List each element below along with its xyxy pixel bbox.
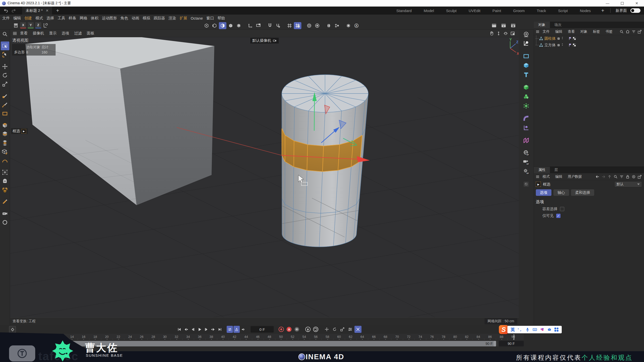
rect-frame-icon[interactable] [2, 110, 8, 117]
sym-planes-icon[interactable] [523, 137, 530, 144]
menu-item[interactable]: 角色 [119, 16, 130, 21]
record-rotation-button[interactable] [312, 326, 319, 333]
render-settings-icon[interactable] [510, 23, 516, 28]
keyframe-settings-button[interactable] [293, 326, 300, 333]
toolbox-icon[interactable] [554, 328, 558, 332]
menu-item[interactable]: 创建 [23, 16, 34, 21]
sound-button[interactable] [240, 326, 247, 333]
axis-mode-button[interactable] [247, 22, 254, 29]
layout-tab-paint[interactable]: Paint [487, 9, 507, 13]
spline-pen-button[interactable] [521, 39, 531, 48]
menu-item[interactable]: 运动图形 [100, 16, 119, 21]
point-pen-tool[interactable] [1, 92, 9, 100]
layout-tab-model[interactable]: Model [418, 9, 440, 13]
arc-icon[interactable] [2, 157, 8, 164]
object-name[interactable]: 立方体 [544, 43, 556, 48]
section-button[interactable]: 柔和选择 [571, 189, 594, 196]
popout-icon[interactable] [637, 174, 642, 179]
rotate-tool[interactable] [1, 71, 9, 80]
mirror-gear-icon[interactable] [334, 23, 340, 28]
falloff-icon[interactable] [306, 23, 312, 28]
om-menu-item[interactable]: 查看 [565, 29, 578, 34]
interface-toggle[interactable] [630, 8, 640, 13]
model-mode-icon[interactable] [228, 23, 233, 28]
filter-icon[interactable] [619, 174, 624, 179]
maximize-button[interactable] [615, 0, 629, 7]
checkbox[interactable]: ✓ [556, 214, 560, 218]
cube-arrow-tool[interactable] [1, 147, 9, 156]
snap-gear-icon[interactable] [275, 23, 281, 28]
sogou-logo-icon[interactable]: S [499, 325, 508, 334]
axis-cube-icon[interactable] [523, 124, 530, 131]
sky-st-button[interactable]: ST [521, 148, 531, 158]
search-tool[interactable] [1, 30, 9, 38]
panel-tab[interactable]: 层 [550, 167, 562, 173]
prev-key-icon[interactable] [184, 327, 188, 332]
checker-tag-icon[interactable] [572, 36, 576, 40]
effector-gear-button[interactable] [521, 101, 531, 111]
material-dim-icon[interactable] [523, 181, 530, 188]
prev-frame-button[interactable] [190, 326, 196, 333]
object-row[interactable]: 立方体 [534, 42, 644, 48]
menu-item[interactable]: 跟踪器 [152, 16, 167, 21]
record-objects-icon[interactable] [305, 326, 311, 332]
add-layout-button[interactable]: + [597, 8, 609, 14]
palette-icon[interactable] [13, 23, 19, 28]
quant-grid-button[interactable] [286, 22, 293, 29]
close-tab-icon[interactable]: ✕ [46, 9, 49, 13]
axis-mode-icon[interactable] [248, 23, 253, 28]
autokey-range-button[interactable]: A [233, 326, 240, 333]
goto-start-button[interactable] [176, 326, 182, 333]
am-menu-item[interactable]: 编辑 [552, 174, 565, 179]
viewport-menu-item[interactable]: 摄像机 [30, 31, 47, 36]
view-label[interactable]: 透视视图 [12, 38, 28, 43]
om-menu-item[interactable]: 标签 [590, 29, 603, 34]
tri-mesh-icon[interactable] [539, 43, 543, 47]
minimize-button[interactable]: — [600, 0, 615, 7]
falloff-gear-icon[interactable] [314, 23, 320, 28]
menu-item[interactable]: 选择 [45, 16, 56, 21]
cubes-icon[interactable] [2, 187, 8, 193]
redo-icon[interactable] [11, 8, 16, 13]
mirror-icon[interactable] [326, 23, 332, 28]
scale-tool[interactable] [1, 80, 9, 88]
menu-item[interactable]: 工具 [56, 16, 67, 21]
viewport-canvas[interactable]: 透视视图 选取对象总计 多边形8160 默认摄像机 框选 ▶ Y Z [10, 37, 519, 317]
next-key-icon[interactable] [211, 327, 216, 332]
viewport[interactable]: 查看摄像机显示选项过滤面板 透视视图 选取对象总计 多边形8160 默认摄像机 [10, 30, 519, 317]
viewport-menu-item[interactable]: 查看 [18, 31, 30, 36]
burger-icon[interactable] [535, 29, 540, 34]
play-icon[interactable] [197, 327, 202, 332]
point-mode-button[interactable] [203, 22, 210, 29]
texture-mode-button[interactable] [235, 22, 243, 29]
box-select-tool[interactable] [1, 41, 9, 50]
burger-icon[interactable] [12, 31, 18, 36]
next-frame-icon[interactable] [204, 327, 209, 332]
cube-mid-icon[interactable] [2, 131, 8, 137]
menu-item[interactable]: 模拟 [141, 16, 152, 21]
preview-range-bar[interactable]: 90 F [10, 341, 496, 346]
render-view-icon[interactable] [491, 23, 497, 28]
render-view-button[interactable] [490, 22, 498, 29]
state-chip-icon[interactable] [557, 37, 560, 40]
point-pen-icon[interactable] [2, 93, 8, 99]
x-axis-button[interactable]: X [20, 22, 26, 28]
current-frame-field[interactable]: 0 F [251, 326, 274, 333]
interface-circle-icon[interactable] [523, 31, 530, 38]
live-select-icon[interactable] [2, 52, 8, 58]
menu-item[interactable]: 渲染 [167, 16, 178, 21]
scale-small-button[interactable] [339, 326, 346, 333]
timeline-ruler[interactable]: 1214161820222426283032343638404244464850… [10, 334, 524, 340]
camera-st-button[interactable]: ST [521, 158, 531, 167]
lock-icon[interactable] [625, 174, 630, 179]
workplane-button[interactable] [255, 22, 262, 29]
loop-icon[interactable] [227, 327, 232, 332]
burger-icon[interactable] [535, 174, 540, 179]
snap-gear-button[interactable] [274, 22, 282, 29]
cube-top-icon[interactable] [2, 122, 8, 128]
light-st-button[interactable]: ST [521, 167, 531, 176]
up-arrow-icon[interactable] [607, 174, 612, 179]
object-name[interactable]: 圆柱体 [544, 36, 556, 41]
hex-dot-button[interactable] [345, 22, 352, 29]
material-dim-button[interactable] [521, 179, 531, 189]
